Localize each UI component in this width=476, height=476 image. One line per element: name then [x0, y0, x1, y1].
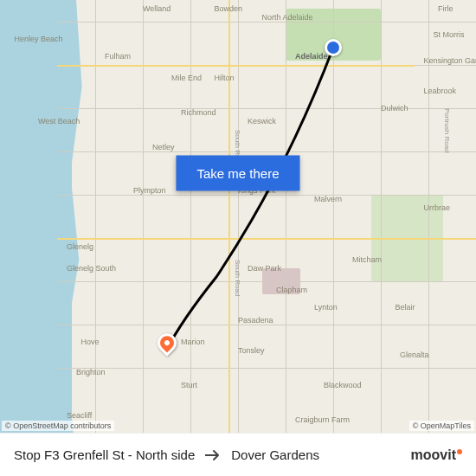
- take-me-there-button[interactable]: Take me there: [176, 156, 299, 191]
- route-start-marker[interactable]: [325, 39, 342, 56]
- map[interactable]: Welland Bowden North Adelaide Firle Henl…: [0, 0, 476, 433]
- map-background: [0, 0, 476, 433]
- route-to-label: Dover Gardens: [231, 447, 319, 462]
- route-summary: Stop F3 Grenfell St - North side Dover G…: [14, 447, 411, 462]
- moovit-logo[interactable]: moovit: [411, 447, 462, 463]
- bottom-bar: Stop F3 Grenfell St - North side Dover G…: [0, 433, 476, 476]
- logo-dot-icon: [457, 449, 462, 454]
- road-label: South Road: [234, 260, 241, 296]
- logo-text: moovit: [411, 447, 456, 463]
- main-road: [57, 238, 476, 240]
- main-road: [57, 65, 415, 67]
- road-label: Portrush Road: [443, 108, 451, 153]
- arrow-right-icon: [205, 449, 221, 461]
- route-from-label: Stop F3 Grenfell St - North side: [14, 447, 195, 462]
- attribution-tiles[interactable]: © OpenMapTiles: [409, 421, 474, 431]
- attribution-osm[interactable]: © OpenStreetMap contributors: [2, 421, 114, 431]
- route-end-marker[interactable]: [158, 333, 177, 352]
